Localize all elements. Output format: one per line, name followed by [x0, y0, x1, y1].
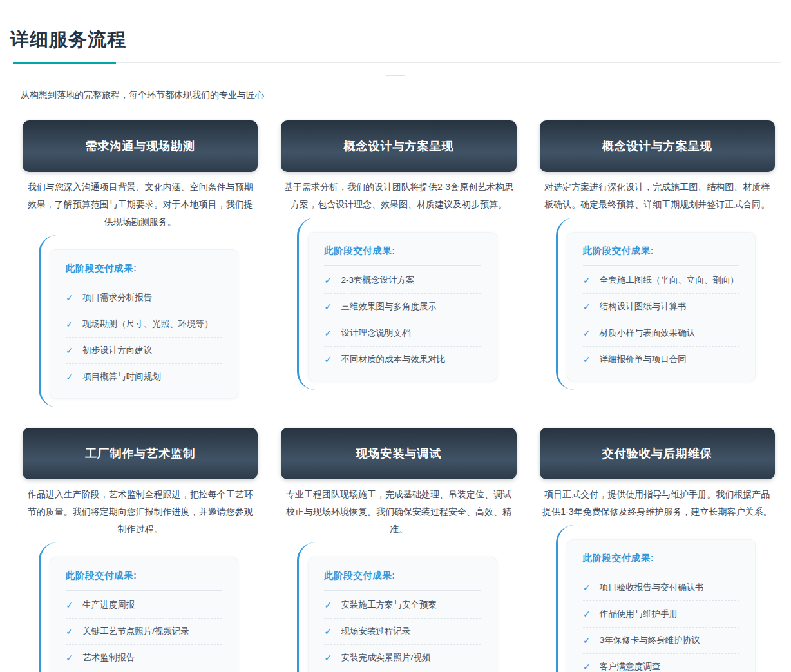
check-icon: ✓	[324, 275, 332, 285]
deliverable-text: 关键工艺节点照片/视频记录	[82, 626, 189, 637]
step-description: 项目正式交付，提供使用指导与维护手册。我们根据产品提供1-3年免费保修及终身维护…	[540, 486, 774, 521]
deliverable-item: ✓不同材质的成本与效果对比	[324, 347, 481, 372]
step-card-4: 工厂制作与艺术监制 作品进入生产阶段，艺术监制全程跟进，把控每个工艺环节的质量。…	[23, 428, 258, 672]
step-title: 概念设计与方案呈现	[343, 139, 453, 154]
deliverable-text: 设计理念说明文档	[341, 327, 410, 339]
check-icon: ✓	[583, 582, 591, 593]
check-icon: ✓	[324, 302, 332, 312]
deliverable-item: ✓2-3套概念设计方案	[324, 267, 481, 294]
deliverable-item: ✓安装完成实景照片/视频	[324, 645, 481, 671]
timeline-accent-wrapper: 此阶段交付成果: ✓全套施工图纸（平面、立面、剖面） ✓结构设计图纸与计算书 ✓…	[556, 218, 756, 390]
deliverable-text: 全套施工图纸（平面、立面、剖面）	[600, 274, 739, 286]
step-title: 交付验收与后期维保	[602, 446, 712, 461]
timeline-accent-wrapper: 此阶段交付成果: ✓2-3套概念设计方案 ✓三维效果图与多角度展示 ✓设计理念说…	[297, 218, 497, 390]
deliverable-item: ✓作品使用与维护手册	[583, 601, 739, 628]
deliverable-item: ✓生产进度周报	[66, 592, 222, 619]
deliverable-text: 生产进度周报	[82, 599, 135, 611]
step-title: 需求沟通与现场勘测	[85, 139, 195, 154]
timeline-accent-wrapper: 此阶段交付成果: ✓安装施工方案与安全预案 ✓现场安装过程记录 ✓安装完成实景照…	[297, 542, 497, 672]
deliverables-heading: 此阶段交付成果:	[324, 245, 481, 266]
deliverable-text: 3年保修卡与终身维护协议	[600, 635, 700, 646]
step-card-5: 现场安装与调试 专业工程团队现场施工，完成基础处理、吊装定位、调试校正与现场环境…	[281, 428, 516, 672]
title-underline-accent	[13, 62, 116, 64]
step-header: 工厂制作与艺术监制	[23, 428, 258, 479]
check-icon: ✓	[66, 626, 73, 637]
check-icon: ✓	[66, 600, 73, 610]
step-card-6: 交付验收与后期维保 项目正式交付，提供使用指导与维护手册。我们根据产品提供1-3…	[540, 428, 775, 672]
deliverables-list: ✓生产进度周报 ✓关键工艺节点照片/视频记录 ✓艺术监制报告 ✓出厂前成品检验报…	[66, 592, 222, 672]
deliverable-text: 艺术监制报告	[82, 652, 135, 664]
check-icon: ✓	[583, 328, 591, 338]
timeline-accent-wrapper: 此阶段交付成果: ✓项目需求分析报告 ✓现场勘测（尺寸、光照、环境等） ✓初步设…	[39, 235, 238, 407]
deliverables-list: ✓安装施工方案与安全预案 ✓现场安装过程记录 ✓安装完成实景照片/视频 ✓现场环…	[324, 592, 481, 672]
deliverable-item: ✓关键工艺节点照片/视频记录	[66, 619, 222, 645]
deliverable-text: 2-3套概念设计方案	[341, 274, 414, 286]
timeline-accent-wrapper: 此阶段交付成果: ✓项目验收报告与交付确认书 ✓作品使用与维护手册 ✓3年保修卡…	[556, 525, 756, 672]
deliverables-box: 此阶段交付成果: ✓全套施工图纸（平面、立面、剖面） ✓结构设计图纸与计算书 ✓…	[567, 232, 756, 381]
deliverable-item: ✓现场勘测（尺寸、光照、环境等）	[66, 311, 222, 338]
deliverable-text: 详细报价单与项目合同	[600, 354, 687, 365]
check-icon: ✓	[324, 354, 332, 365]
deliverable-text: 作品使用与维护手册	[600, 608, 678, 620]
deliverable-item: ✓材质小样与表面效果确认	[583, 320, 739, 347]
step-description: 我们与您深入沟通项目背景、文化内涵、空间条件与预期效果，了解预算范围与工期要求。…	[23, 178, 257, 231]
deliverable-item: ✓设计理念说明文档	[324, 320, 481, 347]
step-description: 基于需求分析，我们的设计团队将提供2-3套原创艺术构思方案，包含设计理念、效果图…	[281, 178, 515, 213]
page-title: 详细服务流程	[10, 27, 781, 53]
check-icon: ✓	[583, 662, 591, 672]
deliverable-text: 客户满意度调查	[600, 661, 661, 672]
deliverable-text: 现场安装过程记录	[341, 626, 410, 637]
check-icon: ✓	[66, 372, 73, 382]
deliverables-heading: 此阶段交付成果:	[66, 570, 222, 591]
deliverables-heading: 此阶段交付成果:	[583, 552, 739, 573]
check-icon: ✓	[583, 354, 591, 365]
deliverable-item: ✓详细报价单与项目合同	[583, 347, 739, 372]
deliverable-text: 初步设计方向建议	[82, 345, 152, 356]
deliverable-text: 不同材质的成本与效果对比	[341, 354, 445, 365]
section-mini-divider	[386, 75, 405, 76]
step-description: 作品进入生产阶段，艺术监制全程跟进，把控每个工艺环节的质量。我们将定期向您汇报制…	[23, 486, 257, 538]
deliverables-list: ✓2-3套概念设计方案 ✓三维效果图与多角度展示 ✓设计理念说明文档 ✓不同材质…	[324, 267, 481, 372]
check-icon: ✓	[583, 302, 591, 312]
deliverable-text: 现场勘测（尺寸、光照、环境等）	[82, 318, 213, 330]
check-icon: ✓	[324, 626, 332, 637]
deliverables-list: ✓项目需求分析报告 ✓现场勘测（尺寸、光照、环境等） ✓初步设计方向建议 ✓项目…	[66, 285, 222, 390]
check-icon: ✓	[583, 275, 591, 285]
deliverable-item: ✓项目概算与时间规划	[66, 364, 222, 390]
deliverable-item: ✓全套施工图纸（平面、立面、剖面）	[583, 267, 739, 294]
deliverable-item: ✓初步设计方向建议	[66, 338, 222, 364]
deliverable-text: 项目需求分析报告	[82, 292, 152, 303]
deliverable-text: 材质小样与表面效果确认	[600, 327, 696, 339]
check-icon: ✓	[66, 293, 73, 303]
title-divider-line	[13, 62, 781, 63]
deliverable-text: 项目概算与时间规划	[82, 371, 161, 383]
deliverables-heading: 此阶段交付成果:	[324, 570, 481, 591]
step-description: 对选定方案进行深化设计，完成施工图、结构图、材质样板确认。确定最终预算、详细工期…	[540, 178, 774, 213]
deliverable-item: ✓3年保修卡与终身维护协议	[583, 628, 739, 654]
deliverable-item: ✓结构设计图纸与计算书	[583, 294, 739, 320]
step-title: 概念设计与方案呈现	[602, 139, 712, 154]
step-header: 交付验收与后期维保	[540, 428, 775, 479]
deliverable-item: ✓安装施工方案与安全预案	[324, 592, 481, 619]
check-icon: ✓	[324, 328, 332, 338]
step-card-1: 需求沟通与现场勘测 我们与您深入沟通项目背景、文化内涵、空间条件与预期效果，了解…	[23, 120, 258, 407]
step-header: 概念设计与方案呈现	[540, 120, 775, 172]
deliverable-item: ✓现场安装过程记录	[324, 619, 481, 645]
deliverable-item: ✓艺术监制报告	[66, 645, 222, 671]
deliverable-text: 三维效果图与多角度展示	[341, 301, 437, 312]
deliverables-list: ✓全套施工图纸（平面、立面、剖面） ✓结构设计图纸与计算书 ✓材质小样与表面效果…	[583, 267, 739, 372]
step-card-2: 概念设计与方案呈现 基于需求分析，我们的设计团队将提供2-3套原创艺术构思方案，…	[281, 120, 516, 390]
check-icon: ✓	[66, 653, 73, 663]
deliverables-heading: 此阶段交付成果:	[66, 262, 222, 283]
deliverables-list: ✓项目验收报告与交付确认书 ✓作品使用与维护手册 ✓3年保修卡与终身维护协议 ✓…	[583, 575, 739, 672]
check-icon: ✓	[583, 609, 591, 619]
deliverable-item: ✓项目验收报告与交付确认书	[583, 575, 739, 601]
deliverables-heading: 此阶段交付成果:	[583, 245, 739, 266]
step-header: 需求沟通与现场勘测	[23, 120, 258, 172]
deliverable-text: 安装完成实景照片/视频	[341, 652, 430, 664]
deliverables-box: 此阶段交付成果: ✓项目验收报告与交付确认书 ✓作品使用与维护手册 ✓3年保修卡…	[567, 539, 756, 672]
check-icon: ✓	[324, 653, 332, 663]
check-icon: ✓	[66, 319, 73, 329]
steps-grid: 需求沟通与现场勘测 我们与您深入沟通项目背景、文化内涵、空间条件与预期效果，了解…	[23, 120, 775, 672]
deliverable-item: ✓三维效果图与多角度展示	[324, 294, 481, 320]
